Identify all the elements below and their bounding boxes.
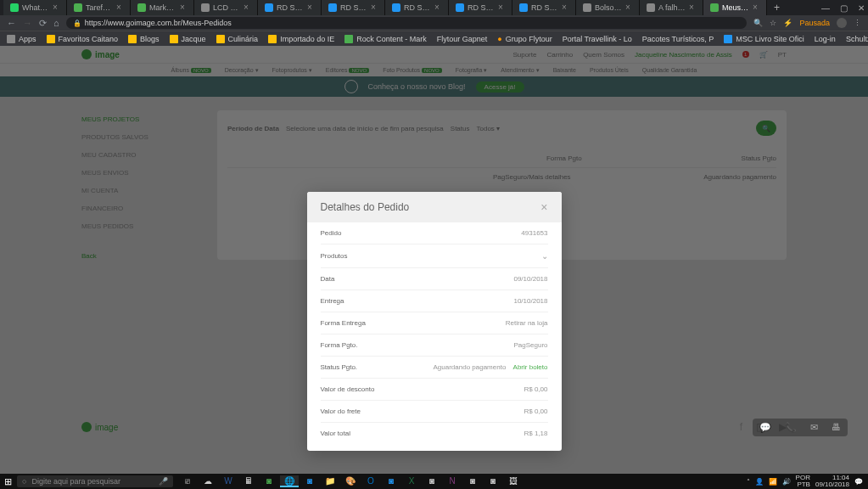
close-icon[interactable]: × (689, 4, 696, 11)
tab-meus-dados[interactable]: Meus Dados× (703, 0, 767, 15)
menu-icon[interactable]: ⋮ (854, 19, 861, 27)
bookmark-item[interactable]: Pacotes Turísticos, P (642, 35, 714, 43)
people-icon[interactable]: 👤 (755, 478, 764, 486)
task-view-icon[interactable]: ⎚ (178, 475, 197, 487)
word-icon[interactable]: W (219, 475, 238, 487)
modal-row-desconto: Valor de desconto R$ 0,00 (321, 379, 548, 401)
chrome-icon[interactable]: 🌐 (280, 475, 299, 487)
photos-icon[interactable]: 🖼 (504, 475, 523, 487)
modal-row-forma-entrega: Forma Entrega Retirar na loja (321, 312, 548, 334)
reload-button[interactable]: ⟳ (39, 18, 47, 29)
tab-whatsapp[interactable]: WhatsApp× (3, 0, 67, 15)
network-icon[interactable]: 📶 (769, 478, 777, 486)
app-icon[interactable]: ◙ (300, 475, 319, 487)
app-icon[interactable]: ☁ (199, 475, 217, 487)
paused-indicator[interactable]: Pausada (799, 19, 830, 27)
app-icon[interactable]: ◙ (484, 475, 502, 487)
tab-marketing[interactable]: Marketing –× (131, 0, 194, 15)
app-icon[interactable]: ◙ (463, 475, 482, 487)
tab-lcd[interactable]: LCD monitor× (194, 0, 258, 15)
star-icon[interactable]: ☆ (770, 19, 776, 27)
app-icon[interactable]: ◙ (260, 475, 278, 487)
clock[interactable]: 11:04 09/10/2018 (815, 475, 849, 488)
tab-rd-1[interactable]: RD Station M× (258, 0, 322, 15)
close-icon[interactable]: × (244, 4, 250, 11)
app-icon[interactable]: ◙ (382, 475, 400, 487)
tray-chevron-icon[interactable]: ˄ (747, 478, 750, 486)
row-label: Pedido (321, 229, 342, 237)
taskbar-search[interactable]: ○ Digite aqui para pesquisar 🎤 (17, 475, 173, 487)
mic-icon[interactable]: 🎤 (159, 477, 168, 486)
system-tray: ˄ 👤 📶 🔊 PORPTB 11:04 09/10/2018 💬 (747, 475, 868, 488)
app-icon[interactable]: ◙ (423, 475, 441, 487)
close-icon[interactable]: × (116, 4, 123, 11)
bookmark-item[interactable]: Blogs (128, 35, 160, 43)
bookmark-item[interactable]: Rock Content - Mark (344, 35, 427, 43)
tab-tarefas[interactable]: Tarefas - Prod× (67, 0, 131, 15)
notifications-icon[interactable]: 💬 (854, 478, 863, 486)
home-button[interactable]: ⌂ (53, 18, 59, 28)
bookmark-item[interactable]: Importado do IE (268, 35, 334, 43)
row-value: R$ 1,18 (524, 430, 547, 437)
close-icon[interactable]: × (307, 4, 314, 11)
tab-falha[interactable]: A falha que m× (640, 0, 703, 15)
tab-rd-4[interactable]: RD Station M× (449, 0, 512, 15)
close-icon[interactable]: × (371, 4, 378, 11)
close-icon[interactable]: × (53, 4, 59, 11)
zoom-icon[interactable]: 🔍 (753, 19, 763, 27)
tab-rd-3[interactable]: RD Station M× (385, 0, 449, 15)
print-icon[interactable]: 🖶 (832, 422, 841, 433)
new-tab-button[interactable]: + (767, 2, 787, 14)
avatar-icon[interactable] (837, 18, 847, 28)
modal-row-produtos[interactable]: Produtos ⌄ (321, 244, 548, 268)
bookmark-item[interactable]: Schultz|Pacotes de V (846, 35, 868, 43)
tab-rd-2[interactable]: RD Station M× (322, 0, 385, 15)
bookmark-item[interactable]: Portal Travellink - Lo (563, 35, 632, 43)
tab-rd-5[interactable]: RD Station M× (512, 0, 576, 15)
bookmark-item[interactable]: MSC Livro Site Ofici (724, 35, 804, 43)
close-icon[interactable]: × (753, 4, 759, 11)
explorer-icon[interactable]: 📁 (321, 475, 339, 487)
lock-icon: 🔒 (73, 20, 81, 27)
bookmark-apps[interactable]: Apps (7, 35, 36, 43)
onenote-icon[interactable]: N (443, 475, 462, 487)
close-icon[interactable]: × (562, 4, 568, 11)
bookmark-item[interactable]: Flytour Gapnet (437, 35, 488, 43)
url-input[interactable]: 🔒 https://www.goimage.com.br/Meus-Pedido… (66, 17, 748, 29)
back-button[interactable]: ← (7, 18, 16, 28)
close-icon[interactable]: × (180, 4, 187, 11)
row-value: Retirar na loja (506, 319, 548, 327)
close-icon[interactable]: × (434, 4, 441, 11)
lang-indicator[interactable]: PORPTB (796, 475, 810, 488)
url-text: https://www.goimage.com.br/Meus-Pedidos (85, 19, 232, 27)
bookmark-item[interactable]: Jacque (170, 35, 206, 43)
open-boleto-link[interactable]: Abrir boleto (513, 363, 548, 371)
mail-icon[interactable]: ✉ (810, 422, 818, 433)
close-icon[interactable]: × (498, 4, 505, 11)
bookmark-item[interactable]: Culinária (216, 35, 259, 43)
app-icon[interactable]: 🎨 (341, 475, 360, 487)
row-value: R$ 0,00 (524, 385, 547, 393)
modal-close-button[interactable]: × (540, 200, 547, 214)
calc-icon[interactable]: 🖩 (239, 475, 258, 487)
maximize-button[interactable]: ▢ (840, 3, 848, 13)
bookmark-item[interactable]: ●Grupo Flytour (497, 35, 552, 43)
bookmark-item[interactable]: Favoritos Caitano (47, 35, 119, 43)
close-icon[interactable]: × (625, 4, 632, 11)
minimize-button[interactable]: — (821, 3, 830, 13)
tab-bolsonaro[interactable]: Bolsonaro cri× (576, 0, 640, 15)
page-icon (724, 35, 732, 43)
volume-icon[interactable]: 🔊 (782, 478, 791, 486)
forward-button[interactable]: → (23, 18, 32, 28)
outlook-icon[interactable]: O (361, 475, 380, 487)
order-details-modal: Detalhes do Pedido × Pedido 4931653 Prod… (307, 192, 562, 451)
excel-icon[interactable]: X (402, 475, 421, 487)
close-window-button[interactable]: ✕ (858, 3, 865, 13)
start-button[interactable]: ⊞ (0, 474, 15, 489)
row-label: Valor do frete (321, 408, 361, 415)
phone-icon[interactable]: 📞 (785, 422, 797, 433)
bookmark-item[interactable]: Log-in (815, 35, 836, 43)
extension-icon[interactable]: ⚡ (783, 19, 792, 27)
row-value: 4931653 (521, 229, 547, 237)
chat-icon[interactable]: 💬 (759, 422, 771, 433)
